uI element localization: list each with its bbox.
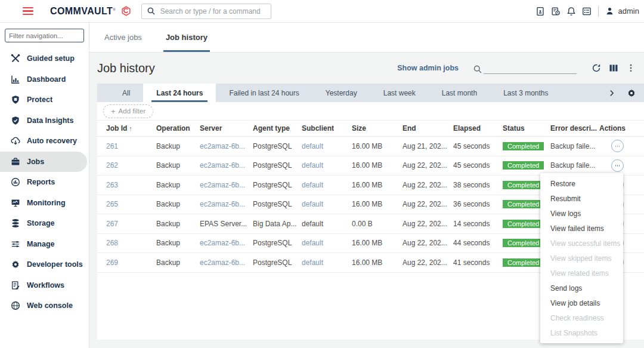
gear-icon[interactable] — [627, 88, 636, 98]
apps-grid-icon[interactable] — [582, 7, 592, 16]
user-icon — [605, 7, 614, 16]
column-header-label: End — [402, 124, 416, 133]
monitor-icon — [11, 198, 20, 208]
commvault-logo: COMMVAULT ® — [50, 6, 131, 17]
time-filter-tab[interactable]: All — [109, 84, 143, 102]
row-actions-button[interactable] — [611, 140, 624, 152]
menu-item[interactable]: Resubmit — [540, 191, 623, 206]
command-search[interactable] — [141, 4, 271, 19]
column-header[interactable]: Status ↑ — [503, 124, 550, 133]
briefcase-icon — [11, 157, 20, 167]
column-header[interactable]: End ↑ — [402, 124, 453, 133]
refresh-icon[interactable] — [592, 63, 601, 73]
sidebar-item[interactable]: Storage — [0, 213, 89, 234]
subclient-cell[interactable]: default — [302, 200, 352, 208]
sidebar-item[interactable]: Monitoring — [0, 193, 89, 214]
sidebar-item[interactable]: Web console — [0, 295, 89, 316]
jobs-tabs: Active jobs Job history — [89, 23, 644, 53]
sidebar-item[interactable]: Developer tools — [0, 254, 89, 275]
subclient-cell[interactable]: default — [302, 161, 352, 170]
time-filter-label: Last month — [442, 89, 477, 97]
time-filter-tab[interactable]: Yesterday — [312, 84, 370, 102]
kebab-menu-icon[interactable] — [626, 63, 636, 73]
time-filter-tab[interactable]: Last week — [370, 84, 429, 102]
show-admin-jobs-link[interactable]: Show admin jobs — [397, 64, 459, 72]
server-cell[interactable]: ec2amaz-6b... — [200, 239, 253, 247]
chevron-right-icon[interactable] — [608, 89, 616, 97]
column-header[interactable]: Subclient ↑ — [302, 124, 352, 133]
command-search-input[interactable] — [159, 7, 271, 16]
job-id-link[interactable]: 267 — [106, 220, 118, 228]
job-id-link[interactable]: 262 — [106, 161, 118, 170]
add-filter-button[interactable]: + Add filter — [103, 104, 153, 118]
menu-item[interactable]: View failed items — [540, 221, 623, 236]
notifications-bell-icon[interactable] — [566, 7, 576, 16]
job-id-link[interactable]: 263 — [106, 181, 118, 189]
server-cell[interactable]: ec2amaz-6b... — [200, 258, 253, 267]
column-header[interactable]: Size ↑ — [352, 124, 402, 133]
sidebar-nav: Guided setup Dashboard Protect Data Insi… — [0, 48, 89, 316]
column-header[interactable]: Agent type ↑ — [253, 124, 302, 133]
sidebar-item[interactable]: Reports — [0, 172, 89, 193]
shield-check-icon — [11, 116, 20, 125]
job-id-link[interactable]: 261 — [106, 142, 118, 150]
job-id-link[interactable]: 269 — [106, 258, 118, 267]
server-cell[interactable]: ec2amaz-6b... — [200, 200, 253, 208]
jobs-tab[interactable]: Job history — [159, 23, 215, 52]
subclient-cell[interactable]: default — [302, 142, 352, 150]
menu-item[interactable]: View logs — [540, 206, 623, 221]
time-filter-tab[interactable]: Last month — [429, 84, 490, 102]
sidebar-item[interactable]: Auto recovery — [0, 131, 89, 152]
hamburger-menu-icon[interactable] — [23, 7, 33, 16]
column-header-label: Elapsed — [453, 124, 481, 133]
sidebar-filter-input[interactable] — [5, 29, 84, 42]
elapsed-cell: 36 seconds — [453, 200, 503, 208]
server-cell[interactable]: ec2amaz-6b... — [200, 161, 253, 170]
sidebar-item-label: Storage — [27, 219, 55, 227]
operation-cell: Backup — [156, 161, 200, 170]
add-filter-row: + Add filter — [97, 102, 644, 121]
jobs-tab[interactable]: Active jobs — [97, 23, 149, 52]
sidebar-item[interactable]: Dashboard — [0, 69, 89, 90]
column-header[interactable]: Error descri... ↑ — [550, 124, 599, 133]
column-header[interactable]: Job Id ↑ — [106, 124, 156, 133]
sidebar-item[interactable]: Jobs — [0, 152, 87, 173]
server-cell[interactable]: ec2amaz-6b... — [200, 181, 253, 189]
time-filter-tab[interactable]: Last 24 hours — [143, 84, 216, 102]
subclient-cell[interactable]: default — [302, 239, 352, 247]
table-search[interactable] — [473, 62, 577, 74]
end-cell: Aug 21, 202... — [402, 142, 453, 150]
report-document-icon[interactable] — [535, 7, 545, 16]
column-header[interactable]: Actions ↑ — [599, 124, 644, 133]
column-header[interactable]: Operation ↑ — [156, 124, 200, 133]
user-menu[interactable]: admin — [605, 7, 639, 16]
menu-item[interactable]: Restore — [540, 176, 623, 191]
time-filter-tab[interactable]: Failed in last 24 hours — [216, 84, 312, 102]
column-header[interactable]: Server ↑ — [200, 124, 253, 133]
column-header[interactable]: Elapsed ↑ — [453, 124, 503, 133]
menu-item[interactable]: View job details — [540, 295, 623, 310]
sidebar-item-label: Monitoring — [27, 199, 66, 207]
menu-item: Check readiness — [540, 310, 623, 325]
agent-type-cell: PostgreSQL — [253, 161, 302, 170]
backup-device-icon[interactable] — [551, 7, 561, 16]
dashboard-icon — [11, 75, 20, 84]
server-cell[interactable]: ec2amaz-6b... — [200, 142, 253, 150]
columns-icon[interactable] — [609, 63, 618, 73]
menu-item[interactable]: Send logs — [540, 281, 623, 295]
sidebar-item[interactable]: Manage — [0, 234, 89, 255]
sidebar-item[interactable]: Protect — [0, 90, 89, 110]
job-id-link[interactable]: 268 — [106, 239, 118, 247]
sidebar-item[interactable]: Guided setup — [0, 48, 89, 69]
table-search-input[interactable] — [484, 62, 577, 74]
row-actions-button[interactable] — [611, 159, 624, 172]
sidebar-item[interactable]: Data Insights — [0, 110, 89, 131]
time-filter-tab[interactable]: Last 3 months — [490, 84, 561, 102]
column-header-label: Subclient — [302, 124, 334, 133]
sidebar-item-label: Web console — [27, 301, 73, 310]
subclient-cell[interactable]: default — [302, 258, 352, 267]
job-id-link[interactable]: 265 — [106, 200, 118, 208]
sidebar-item[interactable]: Workflows — [0, 275, 89, 296]
subclient-cell[interactable]: default — [302, 181, 352, 189]
sidebar-item-label: Data Insights — [27, 116, 74, 125]
